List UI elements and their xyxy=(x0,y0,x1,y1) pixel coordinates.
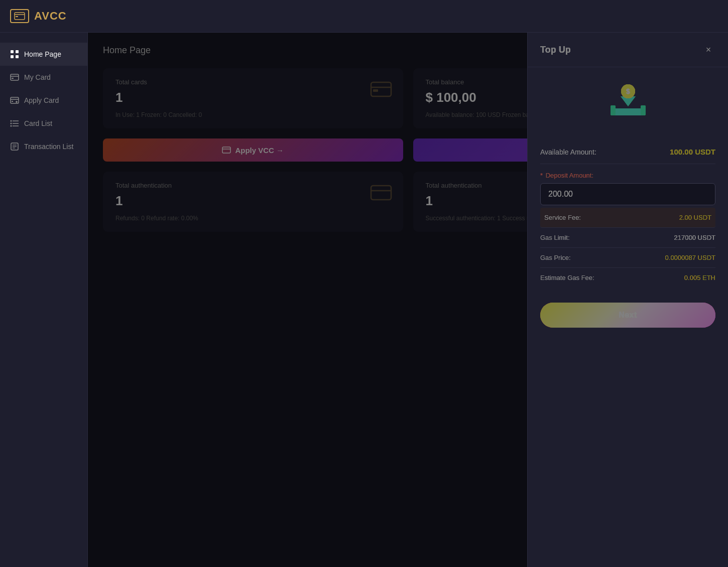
estimate-gas-value: 0.005 ETH xyxy=(684,274,715,281)
content-area: Home Page Total cards 1 In Use: 1 Frozen… xyxy=(88,33,728,567)
available-amount-label: Available Amount: xyxy=(540,148,596,156)
sidebar-item-transaction-list[interactable]: Transaction List xyxy=(0,135,87,158)
sidebar-item-home-page[interactable]: Home Page xyxy=(0,43,87,66)
deposit-label: * Deposit Amount: xyxy=(540,172,715,179)
svg-point-18 xyxy=(11,120,12,122)
svg-rect-27 xyxy=(373,89,378,92)
svg-rect-9 xyxy=(12,78,14,79)
required-marker: * xyxy=(540,172,545,179)
panel-title: Top Up xyxy=(540,45,571,55)
svg-rect-36 xyxy=(371,186,391,200)
logo-icon xyxy=(10,9,29,23)
svg-rect-5 xyxy=(11,55,14,58)
sidebar-label-card-list: Card List xyxy=(24,119,52,127)
app-logo-text: AVCC xyxy=(34,10,67,23)
sidebar-item-my-card[interactable]: My Card xyxy=(0,66,87,89)
deposit-section: * Deposit Amount: xyxy=(540,172,715,205)
svg-point-20 xyxy=(11,125,12,127)
available-amount-row: Available Amount: 100.00 USDT xyxy=(540,140,715,164)
apply-vcc-button[interactable]: Apply VCC → xyxy=(103,138,403,162)
close-button[interactable]: × xyxy=(701,43,715,57)
svg-rect-12 xyxy=(12,101,13,102)
total-cards-label: Total cards xyxy=(115,78,391,86)
sidebar-label-transaction: Transaction List xyxy=(24,143,73,151)
gas-price-value: 0.0000087 USDT xyxy=(665,254,715,261)
card-stat-icon xyxy=(369,78,393,104)
estimate-gas-label: Estimate Gas Fee: xyxy=(540,274,594,281)
auth1-label: Total authentication xyxy=(115,182,391,189)
panel-body: $ Available Amount: 100.00 USDT * Deposi… xyxy=(528,67,728,567)
fee-rows: Service Fee: 2.00 USDT Gas Limit: 217000… xyxy=(540,208,715,288)
gas-limit-value: 217000 USDT xyxy=(674,234,715,241)
sidebar: Home Page My Card Apply Card xyxy=(0,33,88,567)
total-cards-value: 1 xyxy=(115,90,391,105)
svg-rect-40 xyxy=(611,108,646,115)
svg-rect-3 xyxy=(11,50,14,53)
svg-rect-42 xyxy=(641,105,646,115)
total-cards-sub: In Use: 1 Frozen: 0 Cancelled: 0 xyxy=(115,111,391,118)
next-button[interactable]: Next xyxy=(540,303,715,328)
service-fee-value: 2.00 USDT xyxy=(679,214,711,221)
estimate-gas-row: Estimate Gas Fee: 0.005 ETH xyxy=(540,268,715,288)
svg-text:$: $ xyxy=(626,87,630,95)
panel-header: Top Up × xyxy=(528,33,728,67)
svg-rect-31 xyxy=(222,147,230,153)
svg-rect-10 xyxy=(11,97,19,103)
svg-rect-6 xyxy=(16,55,19,58)
auth1-value: 1 xyxy=(115,193,391,209)
sidebar-label-my-card: My Card xyxy=(24,73,51,81)
available-amount-value: 100.00 USDT xyxy=(670,148,715,156)
gas-price-label: Gas Price: xyxy=(540,254,571,261)
topup-panel: Top Up × xyxy=(527,33,728,567)
topup-illustration: $ xyxy=(540,82,715,122)
auth1-sub: Refunds: 0 Refund rate: 0.00% xyxy=(115,215,391,222)
service-fee-label: Service Fee: xyxy=(544,214,581,221)
svg-rect-4 xyxy=(16,50,19,53)
sidebar-label-home: Home Page xyxy=(24,50,61,58)
sidebar-item-card-list[interactable]: Card List xyxy=(0,112,87,135)
svg-rect-7 xyxy=(11,74,19,80)
svg-point-19 xyxy=(11,123,12,124)
sidebar-label-apply-card: Apply Card xyxy=(24,96,59,104)
topbar: AVCC xyxy=(0,0,728,33)
gas-price-row: Gas Price: 0.0000087 USDT xyxy=(540,248,715,268)
svg-rect-41 xyxy=(611,105,616,115)
svg-rect-2 xyxy=(16,16,18,17)
gas-limit-label: Gas Limit: xyxy=(540,234,570,241)
stat-card-auth-1: Total authentication 1 Refunds: 0 Refund… xyxy=(103,172,403,232)
service-fee-row: Service Fee: 2.00 USDT xyxy=(540,208,715,228)
stat-card-total-cards: Total cards 1 In Use: 1 Frozen: 0 Cancel… xyxy=(103,68,403,128)
sidebar-item-apply-card[interactable]: Apply Card xyxy=(0,89,87,112)
gas-limit-row: Gas Limit: 217000 USDT xyxy=(540,228,715,248)
deposit-input[interactable] xyxy=(540,183,715,205)
auth1-stat-icon xyxy=(369,182,393,208)
apply-vcc-label: Apply VCC → xyxy=(235,146,284,155)
